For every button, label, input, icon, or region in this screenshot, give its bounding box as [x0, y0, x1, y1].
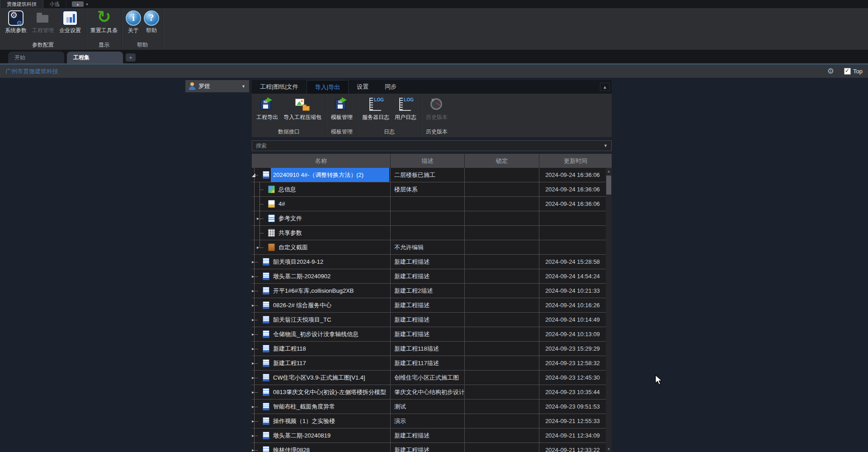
add-tab-button[interactable]: +: [126, 53, 136, 62]
table-row[interactable]: ▸ 翰林佳境0828 新建工程描述 2024-09-21 12:33:22: [252, 443, 606, 452]
time-cell[interactable]: 2024-09-24 15:28:58: [539, 255, 606, 269]
name-cell[interactable]: ▸ 新建工程118: [252, 342, 391, 356]
desc-cell[interactable]: 新建工程描述: [391, 428, 465, 442]
search-dropdown[interactable]: 搜索 ▼: [252, 140, 612, 151]
name-cell[interactable]: 4#: [252, 197, 391, 211]
table-row[interactable]: ▸ 开平1#6#车库,collisionBug2XB 新建工程2描述 2024-…: [252, 284, 606, 298]
desc-cell[interactable]: 新建工程描述: [391, 327, 465, 341]
tree-expander-icon[interactable]: ▸: [252, 390, 254, 395]
vertical-scrollbar[interactable]: ▲ ▼: [606, 168, 612, 452]
checkbox-checked-icon[interactable]: [844, 68, 851, 75]
user-log-button[interactable]: LOG 用户日志: [393, 95, 418, 128]
about-button[interactable]: i 关于: [125, 10, 142, 34]
lock-cell[interactable]: [465, 269, 539, 283]
tree-expander-icon[interactable]: ▸: [257, 216, 259, 221]
name-cell[interactable]: 共享参数: [252, 226, 391, 240]
desc-cell[interactable]: 新建工程117描述: [391, 356, 465, 370]
table-row[interactable]: 共享参数: [252, 226, 606, 240]
table-row[interactable]: ▸ 智能布柱_截面角度异常 测试 2024-09-23 09:51:53: [252, 400, 606, 414]
desc-cell[interactable]: 创维住宅小区正式施工图: [391, 371, 465, 385]
lock-cell[interactable]: [465, 182, 539, 196]
desc-cell[interactable]: [391, 211, 465, 225]
lock-cell[interactable]: [465, 428, 539, 442]
desc-cell[interactable]: [391, 197, 465, 211]
time-cell[interactable]: 2024-09-24 16:36:06: [539, 168, 606, 182]
tree-expander-icon[interactable]: ▸: [252, 404, 254, 409]
table-row[interactable]: ▸ 0813肇庆文化中心(初设)-左侧塔楼拆分模型 肇庆文化中心结构初步设计 2…: [252, 385, 606, 400]
desc-cell[interactable]: 肇庆文化中心结构初步设计: [391, 385, 465, 399]
help-button[interactable]: ? 帮助: [143, 10, 160, 34]
tree-expander-icon[interactable]: ◢: [252, 173, 255, 177]
tree-expander-icon[interactable]: ▸: [252, 274, 254, 279]
table-row[interactable]: ▸ 操作视频（1）之实验楼 演示 2024-09-21 12:55:33: [252, 414, 606, 428]
time-cell[interactable]: 2024-09-24 10:16:26: [539, 298, 606, 312]
name-cell[interactable]: ▸ 参考文件: [252, 211, 391, 225]
tab-project-set[interactable]: 工程集: [67, 52, 123, 63]
time-cell[interactable]: 2024-09-23 15:29:29: [539, 342, 606, 356]
lock-cell[interactable]: [465, 327, 539, 341]
lock-cell[interactable]: [465, 313, 539, 327]
desc-cell[interactable]: 新建工程描述: [391, 255, 465, 269]
desc-cell[interactable]: 新建工程描述: [391, 313, 465, 327]
tab-settings[interactable]: 设置: [349, 80, 377, 94]
table-row[interactable]: ▸ 墩头基二期-20240819 新建工程描述 2024-09-21 12:34…: [252, 428, 606, 443]
tab-import-export[interactable]: 导入|导出: [307, 80, 349, 94]
lock-cell[interactable]: [465, 385, 539, 399]
lock-cell[interactable]: [465, 400, 539, 414]
desc-cell[interactable]: 新建工程118描述: [391, 342, 465, 356]
column-header-lock[interactable]: 锁定: [465, 154, 539, 168]
desc-cell[interactable]: 二层楼板已施工: [391, 168, 465, 182]
table-row[interactable]: ▸ 新建工程117 新建工程117描述 2024-09-23 12:58:32: [252, 356, 606, 371]
name-cell[interactable]: ▸ 0813肇庆文化中心(初设)-左侧塔楼拆分模型: [252, 385, 391, 399]
lock-cell[interactable]: [465, 298, 539, 312]
tree-expander-icon[interactable]: ▸: [252, 361, 254, 366]
name-cell[interactable]: ▸ 墩头基二期-20240902: [252, 269, 391, 283]
panel-collapse-button[interactable]: ▲: [600, 83, 610, 91]
name-cell[interactable]: ▸ 自定义截面: [252, 240, 391, 254]
column-header-name[interactable]: 名称: [252, 154, 391, 168]
tree-expander-icon[interactable]: ▸: [252, 347, 254, 351]
tab-project-drawing-file[interactable]: 工程|图纸|文件: [252, 80, 307, 94]
lock-cell[interactable]: [465, 255, 539, 269]
lock-cell[interactable]: [465, 342, 539, 356]
lock-cell[interactable]: [465, 168, 539, 182]
lock-cell[interactable]: [465, 284, 539, 298]
table-row[interactable]: ▸ 自定义截面 不允许编辑: [252, 240, 606, 255]
top-checkbox[interactable]: Top: [844, 68, 863, 75]
time-cell[interactable]: 2024-09-24 14:54:24: [539, 269, 606, 283]
tree-expander-icon[interactable]: ▸: [252, 376, 254, 380]
user-dropdown[interactable]: 罗煜 ▼: [185, 80, 249, 92]
time-cell[interactable]: 2024-09-24 16:36:06: [539, 182, 606, 196]
import-project-archive-button[interactable]: 导入工程压缩包: [282, 95, 323, 128]
time-cell[interactable]: 2024-09-23 12:45:30: [539, 371, 606, 385]
name-cell[interactable]: ▸ 仓储物流_初步设计没拿轴线信息: [252, 327, 391, 341]
tree-expander-icon[interactable]: ▸: [252, 419, 254, 423]
desc-cell[interactable]: 新建工程描述: [391, 269, 465, 283]
scroll-down-icon[interactable]: ▼: [606, 446, 612, 452]
name-cell[interactable]: ▸ 新建工程117: [252, 356, 391, 370]
desc-cell[interactable]: 演示: [391, 414, 465, 428]
table-row[interactable]: ▸ 墩头基二期-20240902 新建工程描述 2024-09-24 14:54…: [252, 269, 606, 284]
time-cell[interactable]: [539, 240, 606, 254]
time-cell[interactable]: 2024-09-24 10:13:09: [539, 327, 606, 341]
table-row[interactable]: ▸ 新建工程118 新建工程118描述 2024-09-23 15:29:29: [252, 342, 606, 356]
reset-toolbar-button[interactable]: 重置工具条: [89, 10, 119, 34]
name-cell[interactable]: ▸ 开平1#6#车库,collisionBug2XB: [252, 284, 391, 298]
column-header-desc[interactable]: 描述: [391, 154, 465, 168]
time-cell[interactable]: 2024-09-21 12:55:33: [539, 414, 606, 428]
tab-sync[interactable]: 同步: [377, 80, 405, 94]
table-row[interactable]: 总信息 楼层体系 2024-09-24 16:36:06: [252, 182, 606, 197]
tree-expander-icon[interactable]: ▸: [252, 260, 254, 264]
table-row[interactable]: ▸ 0826-2# 综合服务中心 新建工程描述 2024-09-24 10:16…: [252, 298, 606, 313]
menu-tab-xiaoxun[interactable]: 小迅: [43, 0, 66, 8]
enterprise-settings-button[interactable]: 企业设置: [57, 10, 83, 34]
desc-cell[interactable]: 不允许编辑: [391, 240, 465, 254]
time-cell[interactable]: 2024-09-21 12:34:09: [539, 428, 606, 442]
time-cell[interactable]: 2024-09-24 10:21:33: [539, 284, 606, 298]
name-cell[interactable]: ▸ 墩头基二期-20240819: [252, 428, 391, 442]
table-row[interactable]: ◢ 20240910 4#-（调整转换方法）(2) 二层楼板已施工 2024-0…: [252, 168, 606, 182]
table-row[interactable]: 4# 2024-09-24 16:36:06: [252, 197, 606, 211]
name-cell[interactable]: ▸ 韶关翁江天悦项目_TC: [252, 313, 391, 327]
table-row[interactable]: ▸ 韶关项目2024-9-12 新建工程描述 2024-09-24 15:28:…: [252, 255, 606, 269]
lock-cell[interactable]: [465, 371, 539, 385]
